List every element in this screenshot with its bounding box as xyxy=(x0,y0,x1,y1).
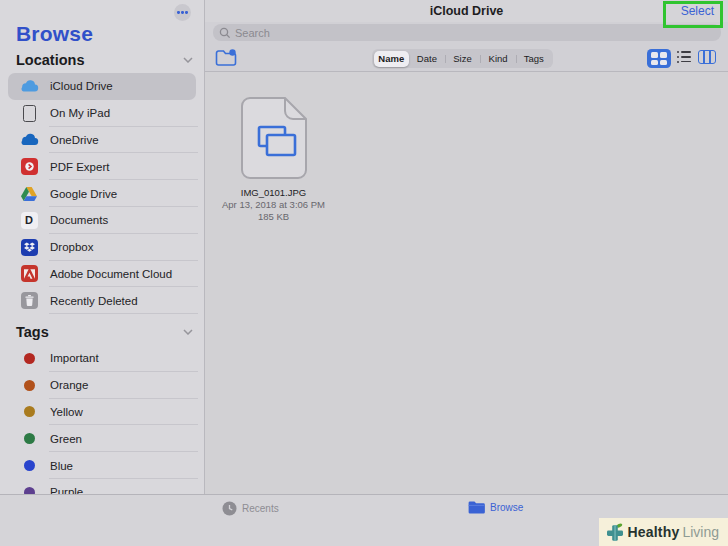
folder-icon xyxy=(468,501,485,514)
file-size: 185 KB xyxy=(208,211,339,223)
tag-item-purple[interactable]: Purple xyxy=(8,479,196,494)
search-toolbar-area: Name Date Size Kind Tags xyxy=(205,22,728,71)
tag-label: Important xyxy=(50,352,99,364)
tag-item-blue[interactable]: Blue xyxy=(8,452,196,479)
grid-view-icon[interactable] xyxy=(647,49,671,68)
sort-tab-tags[interactable]: Tags xyxy=(516,51,552,67)
tag-label: Green xyxy=(50,433,82,445)
tag-color-dot xyxy=(19,402,39,422)
sidebar-item-documents[interactable]: D Documents xyxy=(8,207,196,234)
column-view-icon[interactable] xyxy=(698,50,716,64)
sidebar-item-label: On My iPad xyxy=(50,107,110,119)
new-folder-icon[interactable] xyxy=(215,49,237,71)
tag-color-dot xyxy=(19,375,39,395)
tags-list: Important Orange Yellow Green Blue Purpl… xyxy=(8,345,196,494)
locations-list: iCloud Drive On My iPad OneDrive PDF Exp… xyxy=(8,73,196,314)
tag-color-dot xyxy=(19,348,39,368)
locations-section-header[interactable]: Locations xyxy=(16,52,193,68)
ipad-icon xyxy=(19,103,39,123)
sidebar-item-adobe-document-cloud[interactable]: Adobe Document Cloud xyxy=(8,261,196,288)
search-input[interactable] xyxy=(235,27,715,39)
trash-icon xyxy=(19,291,39,311)
sidebar-item-recently-deleted[interactable]: Recently Deleted xyxy=(8,287,196,314)
sidebar-title: Browse xyxy=(16,22,93,46)
sidebar-item-google-drive[interactable]: Google Drive xyxy=(8,180,196,207)
sidebar-item-onedrive[interactable]: OneDrive xyxy=(8,127,196,154)
page-title: iCloud Drive xyxy=(205,4,728,18)
sidebar-item-label: Google Drive xyxy=(50,188,117,200)
sidebar-item-on-my-ipad[interactable]: On My iPad xyxy=(8,100,196,127)
sidebar-item-dropbox[interactable]: Dropbox xyxy=(8,234,196,261)
chevron-down-icon xyxy=(183,329,193,335)
healthy-living-watermark: Healthy Living xyxy=(599,518,728,546)
sidebar-item-label: iCloud Drive xyxy=(50,80,113,92)
tag-label: Purple xyxy=(50,486,83,494)
adobe-icon xyxy=(19,264,39,284)
sidebar-item-label: OneDrive xyxy=(50,134,99,146)
watermark-light-text: Living xyxy=(682,524,719,540)
search-bar[interactable] xyxy=(213,24,721,41)
sidebar-item-icloud-drive[interactable]: iCloud Drive xyxy=(8,73,196,100)
file-date: Apr 13, 2018 at 3:06 PM xyxy=(208,199,339,211)
sidebar: Browse Locations iCloud Drive On My iPad… xyxy=(0,0,205,494)
file-item-img-0101[interactable]: IMG_0101.JPG Apr 13, 2018 at 3:06 PM 185… xyxy=(208,96,339,223)
onedrive-icon xyxy=(19,130,39,150)
sidebar-item-pdf-expert[interactable]: PDF Expert xyxy=(8,153,196,180)
tag-item-orange[interactable]: Orange xyxy=(8,372,196,399)
tag-label: Yellow xyxy=(50,406,83,418)
sort-tab-size[interactable]: Size xyxy=(445,51,481,67)
locations-header-label: Locations xyxy=(16,52,84,68)
toolbar: Name Date Size Kind Tags xyxy=(205,46,728,71)
sidebar-item-label: Adobe Document Cloud xyxy=(50,268,172,280)
search-icon xyxy=(219,27,231,39)
sidebar-item-label: Recently Deleted xyxy=(50,295,138,307)
tab-browse-label: Browse xyxy=(490,502,523,513)
title-bar: iCloud Drive Select xyxy=(205,0,728,22)
google-drive-icon xyxy=(19,184,39,204)
sort-tab-kind[interactable]: Kind xyxy=(480,51,516,67)
sidebar-item-label: Dropbox xyxy=(50,241,93,253)
sort-tab-date[interactable]: Date xyxy=(409,51,445,67)
tag-label: Blue xyxy=(50,460,73,472)
files-app-window: Browse Locations iCloud Drive On My iPad… xyxy=(0,0,728,546)
healthy-living-logo-icon xyxy=(606,523,624,541)
tag-item-green[interactable]: Green xyxy=(8,425,196,452)
image-file-icon xyxy=(238,96,310,180)
tags-section-header[interactable]: Tags xyxy=(16,324,193,340)
documents-icon: D xyxy=(19,210,39,230)
file-browser-content: IMG_0101.JPG Apr 13, 2018 at 3:06 PM 185… xyxy=(205,72,728,494)
dropbox-icon xyxy=(19,237,39,257)
watermark-bold-text: Healthy xyxy=(627,524,679,540)
file-name: IMG_0101.JPG xyxy=(208,187,339,199)
tab-recents[interactable]: Recents xyxy=(222,501,279,516)
pdf-expert-icon xyxy=(19,157,39,177)
sidebar-item-label: Documents xyxy=(50,214,108,226)
tag-color-dot xyxy=(19,429,39,449)
sort-tab-name[interactable]: Name xyxy=(374,51,410,67)
clock-icon xyxy=(222,501,237,516)
select-button[interactable]: Select xyxy=(681,4,714,18)
tab-recents-label: Recents xyxy=(242,503,279,514)
list-view-icon[interactable] xyxy=(677,51,691,65)
tag-item-important[interactable]: Important xyxy=(8,345,196,372)
chevron-down-icon xyxy=(183,57,193,63)
sort-segmented-control: Name Date Size Kind Tags xyxy=(372,49,553,68)
tag-color-dot xyxy=(19,482,39,494)
tag-label: Orange xyxy=(50,379,88,391)
tag-item-yellow[interactable]: Yellow xyxy=(8,399,196,426)
icloud-drive-icon xyxy=(19,76,39,96)
tags-header-label: Tags xyxy=(16,324,49,340)
tab-browse[interactable]: Browse xyxy=(468,501,523,514)
tag-color-dot xyxy=(19,456,39,476)
more-options-icon[interactable] xyxy=(174,4,191,21)
sidebar-item-label: PDF Expert xyxy=(50,161,109,173)
